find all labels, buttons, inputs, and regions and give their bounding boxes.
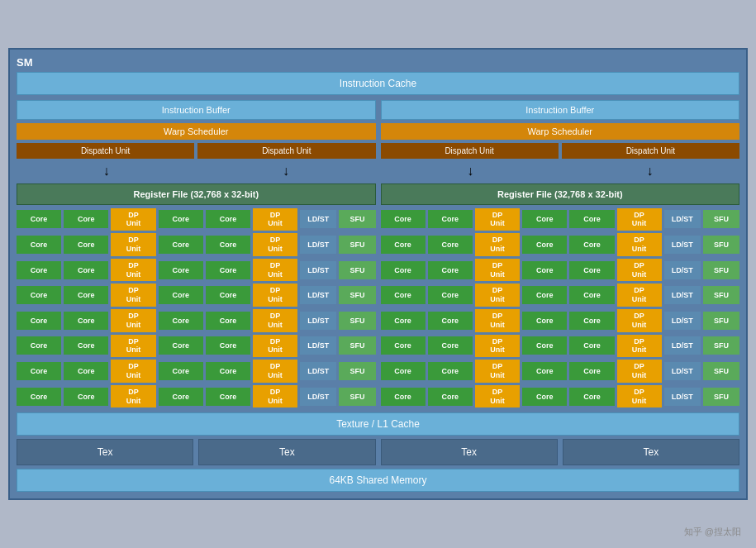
core-cell: SFU — [339, 388, 375, 406]
core-cell: SFU — [339, 312, 375, 330]
core-cell: Core — [569, 261, 614, 279]
core-cell: LD/ST — [300, 336, 336, 355]
core-cell: Core — [428, 312, 473, 330]
core-row: CoreCoreDPUnitCoreCoreDPUnitLD/STSFU — [381, 360, 740, 383]
core-cell: Core — [17, 236, 61, 254]
core-cell: Core — [522, 261, 567, 279]
core-cell: Core — [428, 210, 473, 228]
core-cell: Core — [206, 362, 250, 380]
core-cell: Core — [64, 236, 108, 254]
arrow-left-1: ↓ — [103, 164, 110, 179]
core-cell: DPUnit — [617, 233, 662, 256]
watermark: 知乎 @捏太阳 — [684, 526, 741, 538]
core-cell: Core — [159, 210, 203, 228]
core-cell: DPUnit — [111, 360, 155, 383]
core-cell: Core — [159, 261, 203, 279]
core-cell: Core — [428, 261, 473, 279]
core-cell: SFU — [703, 210, 739, 228]
core-cell: DPUnit — [617, 284, 662, 307]
core-cell: Core — [569, 286, 614, 304]
core-cell: DPUnit — [617, 335, 662, 358]
sm-label: SM — [17, 56, 739, 69]
core-cell: Core — [17, 261, 61, 279]
tex-unit-1: Tex — [198, 439, 375, 465]
core-cell: SFU — [703, 261, 739, 279]
core-cell: Core — [17, 312, 61, 330]
core-cell: DPUnit — [111, 208, 155, 231]
right-half: Instruction Buffer Warp Scheduler Dispat… — [381, 100, 740, 408]
core-row: CoreCoreDPUnitCoreCoreDPUnitLD/STSFU — [17, 335, 376, 358]
core-cell: Core — [428, 336, 473, 355]
arrow-left-2: ↓ — [283, 164, 289, 179]
core-cell: Core — [569, 236, 614, 254]
core-cell: DPUnit — [111, 284, 155, 307]
arrow-right-1: ↓ — [467, 164, 473, 179]
core-cell: LD/ST — [300, 261, 336, 279]
core-cell: Core — [569, 362, 614, 380]
core-cell: SFU — [703, 312, 739, 330]
core-cell: DPUnit — [253, 385, 297, 408]
core-cell: Core — [206, 286, 250, 304]
core-cell: Core — [159, 286, 203, 304]
core-cell: Core — [206, 336, 250, 355]
core-row: CoreCoreDPUnitCoreCoreDPUnitLD/STSFU — [17, 360, 376, 383]
arrow-right-2: ↓ — [646, 164, 653, 179]
core-cell: Core — [381, 236, 426, 254]
core-cell: Core — [522, 336, 567, 355]
core-cell: Core — [17, 286, 61, 304]
core-row: CoreCoreDPUnitCoreCoreDPUnitLD/STSFU — [381, 284, 740, 307]
core-cell: DPUnit — [111, 309, 155, 332]
core-cell: Core — [17, 210, 61, 228]
core-cell: Core — [64, 261, 108, 279]
core-cell: DPUnit — [617, 309, 662, 332]
core-cell: SFU — [703, 336, 739, 355]
core-cell: Core — [206, 261, 250, 279]
core-cell: DPUnit — [253, 233, 297, 256]
core-cell: DPUnit — [475, 335, 520, 358]
core-cell: Core — [381, 336, 426, 355]
instruction-cache: Instruction Cache — [17, 72, 739, 95]
bottom-section: Texture / L1 Cache TexTexTexTex 64KB Sha… — [17, 412, 739, 492]
shared-memory: 64KB Shared Memory — [17, 469, 739, 492]
core-cell: Core — [159, 312, 203, 330]
core-cell: SFU — [703, 236, 739, 254]
dispatch-row-right: Dispatch Unit Dispatch Unit — [381, 143, 740, 159]
core-cell: Core — [569, 336, 614, 355]
dispatch-arrows-left: ↓ ↓ — [17, 162, 376, 180]
core-cell: Core — [206, 236, 250, 254]
core-cell: Core — [381, 210, 426, 228]
core-cell: DPUnit — [253, 259, 297, 282]
core-cell: Core — [64, 210, 108, 228]
dispatch-arrows-right: ↓ ↓ — [381, 162, 740, 180]
core-cell: Core — [428, 286, 473, 304]
core-cell: DPUnit — [111, 385, 155, 408]
core-cell: LD/ST — [664, 312, 701, 330]
core-cell: Core — [428, 362, 473, 380]
core-cell: LD/ST — [300, 388, 336, 406]
tex-unit-3: Tex — [563, 439, 739, 465]
tex-row: TexTexTexTex — [17, 439, 739, 465]
core-row: CoreCoreDPUnitCoreCoreDPUnitLD/STSFU — [17, 208, 376, 231]
core-cell: LD/ST — [664, 388, 701, 406]
tex-unit-0: Tex — [17, 439, 193, 465]
instruction-buffer-right: Instruction Buffer — [381, 100, 740, 120]
core-cell: Core — [381, 362, 426, 380]
core-row: CoreCoreDPUnitCoreCoreDPUnitLD/STSFU — [17, 233, 376, 256]
core-cell: Core — [381, 388, 426, 406]
register-file-left: Register File (32,768 x 32-bit) — [17, 183, 376, 205]
core-cell: SFU — [339, 286, 375, 304]
core-row: CoreCoreDPUnitCoreCoreDPUnitLD/STSFU — [17, 284, 376, 307]
core-cell: Core — [522, 286, 567, 304]
left-half: Instruction Buffer Warp Scheduler Dispat… — [17, 100, 376, 408]
core-row: CoreCoreDPUnitCoreCoreDPUnitLD/STSFU — [381, 385, 740, 408]
core-cell: DPUnit — [475, 360, 520, 383]
core-cell: DPUnit — [475, 259, 520, 282]
core-cell: Core — [159, 362, 203, 380]
core-cell: Core — [17, 388, 61, 406]
cores-grid-right: CoreCoreDPUnitCoreCoreDPUnitLD/STSFUCore… — [381, 208, 740, 408]
core-cell: Core — [159, 388, 203, 406]
core-cell: Core — [206, 312, 250, 330]
core-cell: Core — [569, 388, 614, 406]
core-row: CoreCoreDPUnitCoreCoreDPUnitLD/STSFU — [381, 233, 740, 256]
instruction-buffer-left: Instruction Buffer — [17, 100, 376, 120]
